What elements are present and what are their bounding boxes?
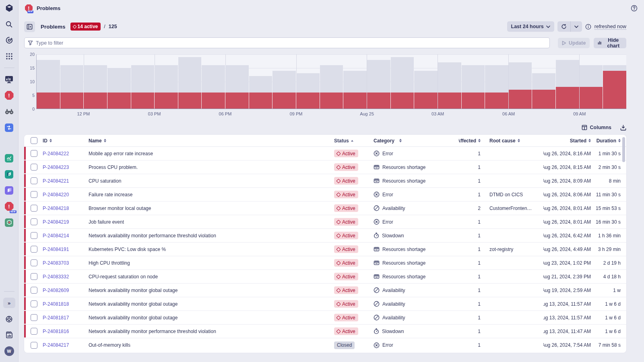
- hide-chart-button[interactable]: Hide chart: [594, 38, 626, 48]
- problem-id-link[interactable]: P-24081817: [43, 315, 69, 321]
- chart-bar[interactable]: [225, 54, 249, 109]
- problem-id-link[interactable]: P-24082609: [43, 288, 69, 293]
- table-row[interactable]: P-24084219 Job failure event Active Erro…: [24, 215, 626, 229]
- problem-id-link[interactable]: P-24084214: [43, 233, 69, 239]
- problem-id-link[interactable]: P-24081816: [43, 329, 69, 334]
- chart-bar[interactable]: [107, 54, 131, 109]
- table-row[interactable]: P-24084217 Out-of-memory kills Closed Er…: [24, 338, 626, 352]
- problem-id-link[interactable]: P-24084221: [43, 178, 69, 184]
- problems-timeline-chart[interactable]: 05101520 12 PM03 PM06 PM09 PMAug 2503 AM…: [24, 54, 626, 118]
- problem-id-link[interactable]: P-24084191: [43, 247, 69, 252]
- columns-button[interactable]: Columns: [582, 125, 611, 130]
- table-row[interactable]: P-24084191 Kubernetes PVC: Low disk spac…: [24, 243, 626, 256]
- row-checkbox[interactable]: [31, 300, 37, 307]
- table-row[interactable]: P-24084223 Process CPU problem. Active R…: [24, 160, 626, 174]
- select-all-checkbox[interactable]: [31, 137, 37, 144]
- chart-bar[interactable]: [178, 54, 202, 109]
- time-range-selector[interactable]: Last 24 hours: [507, 21, 554, 32]
- filter-input[interactable]: [36, 40, 546, 46]
- kubernetes-app-icon[interactable]: [3, 216, 15, 228]
- row-checkbox[interactable]: [31, 342, 37, 349]
- header-name[interactable]: Name: [89, 138, 334, 144]
- problems-app-icon[interactable]: ! NEW: [3, 200, 15, 212]
- table-row[interactable]: P-24084220 Failure rate increase Active …: [24, 188, 626, 202]
- refresh-button[interactable]: [557, 21, 571, 32]
- row-checkbox[interactable]: [31, 259, 37, 266]
- dynatrace-logo-icon[interactable]: [3, 2, 15, 14]
- chart-bar[interactable]: [391, 54, 414, 109]
- user-avatar[interactable]: W: [3, 345, 15, 357]
- help-button[interactable]: [631, 5, 638, 12]
- chart-bar[interactable]: [343, 54, 367, 109]
- row-checkbox[interactable]: [31, 164, 37, 171]
- dashboards-app-icon[interactable]: [3, 152, 15, 164]
- chart-bar[interactable]: [509, 54, 532, 109]
- problem-id-link[interactable]: P-24084219: [43, 219, 69, 225]
- problem-id-link[interactable]: P-24084220: [43, 192, 69, 197]
- refresh-options-button[interactable]: [571, 21, 582, 32]
- usage-chart-icon[interactable]: [3, 329, 15, 341]
- header-category[interactable]: Category: [374, 138, 459, 144]
- table-row[interactable]: P-24082609 Network availability monitor …: [24, 284, 626, 297]
- problem-id-link[interactable]: P-24084217: [43, 342, 69, 348]
- observability-monitor-icon[interactable]: [3, 73, 15, 85]
- chart-bar[interactable]: [580, 54, 603, 109]
- header-root-cause[interactable]: Root cause: [482, 138, 543, 144]
- chart-bar[interactable]: [249, 54, 272, 109]
- problem-id-link[interactable]: P-24084223: [43, 165, 69, 170]
- chart-bar[interactable]: [603, 54, 626, 109]
- header-started[interactable]: Started: [543, 138, 591, 144]
- row-checkbox[interactable]: [31, 246, 37, 253]
- explore-binoculars-icon[interactable]: [3, 105, 15, 117]
- expand-sidebar-button[interactable]: »: [3, 297, 15, 309]
- chart-bar[interactable]: [296, 54, 320, 109]
- chart-bar[interactable]: [272, 54, 296, 109]
- chart-bar[interactable]: [320, 54, 343, 109]
- table-row[interactable]: P-24081816 Network availability monitor …: [24, 325, 626, 338]
- update-button[interactable]: Update: [558, 38, 590, 48]
- row-checkbox[interactable]: [31, 150, 37, 157]
- header-affected[interactable]: Affected: [459, 138, 482, 144]
- copilot-icon[interactable]: [3, 34, 15, 46]
- active-count-badge[interactable]: 14 active: [70, 23, 101, 31]
- table-row[interactable]: P-24083703 High CPU throttling Active Re…: [24, 256, 626, 270]
- chart-bar[interactable]: [438, 54, 461, 109]
- table-row[interactable]: P-24084221 CPU saturation Active Resourc…: [24, 174, 626, 188]
- problem-id-link[interactable]: P-24083703: [43, 260, 69, 266]
- help-lifebuoy-icon[interactable]: [3, 313, 15, 325]
- row-checkbox[interactable]: [31, 314, 37, 321]
- header-id[interactable]: ID: [43, 138, 89, 144]
- chart-bar[interactable]: [155, 54, 178, 109]
- problems-octagon-icon[interactable]: !: [3, 89, 15, 101]
- table-scrollbar[interactable]: [622, 137, 625, 162]
- view-panel-button[interactable]: [24, 21, 35, 32]
- workflows-icon[interactable]: [3, 121, 15, 134]
- table-row[interactable]: P-24084214 Network availability monitor …: [24, 229, 626, 243]
- app-grid-icon[interactable]: [3, 50, 15, 62]
- table-row[interactable]: P-24081817 Network availability monitor …: [24, 311, 626, 325]
- table-row[interactable]: P-24084222 Mobile app error rate increas…: [24, 147, 626, 160]
- row-checkbox[interactable]: [31, 273, 37, 280]
- table-row[interactable]: P-24081818 Network availability monitor …: [24, 297, 626, 311]
- infrastructure-app-icon[interactable]: [3, 184, 15, 196]
- row-checkbox[interactable]: [31, 232, 37, 239]
- chart-bar[interactable]: [37, 54, 60, 109]
- row-checkbox[interactable]: [31, 205, 37, 212]
- chart-bar[interactable]: [462, 54, 485, 109]
- row-checkbox[interactable]: [31, 328, 37, 335]
- chart-bar[interactable]: [84, 54, 107, 109]
- refreshed-status[interactable]: refreshed now: [594, 24, 626, 30]
- problem-id-link[interactable]: P-24083332: [43, 274, 69, 280]
- row-checkbox[interactable]: [31, 177, 37, 184]
- row-checkbox[interactable]: [31, 218, 37, 225]
- chart-bar[interactable]: [532, 54, 555, 109]
- chart-bar[interactable]: [202, 54, 225, 109]
- problem-id-link[interactable]: P-24081818: [43, 301, 69, 307]
- table-row[interactable]: P-24084218 Browser monitor local outage …: [24, 202, 626, 215]
- header-status[interactable]: Status: [334, 138, 374, 144]
- chart-bar[interactable]: [131, 54, 155, 109]
- chart-bar[interactable]: [60, 54, 84, 109]
- chart-bar[interactable]: [367, 54, 390, 109]
- row-checkbox[interactable]: [31, 287, 37, 294]
- services-app-icon[interactable]: [3, 168, 15, 180]
